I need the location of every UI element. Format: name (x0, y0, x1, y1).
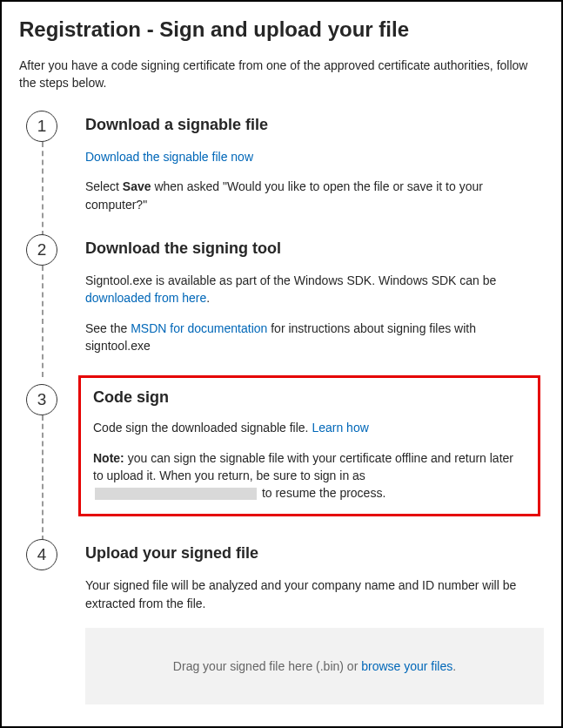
step-3-instruction-1: Code sign the downloaded signable file. … (93, 419, 526, 436)
step-3-note: Note: you can sign the signable file wit… (93, 449, 526, 502)
download-sdk-link[interactable]: downloaded from here (85, 291, 206, 305)
step-2-instruction-1: Signtool.exe is available as part of the… (85, 272, 544, 307)
page-title: Registration - Sign and upload your file (19, 17, 544, 42)
step-1-heading: Download a signable file (85, 111, 544, 134)
step-number-3: 3 (26, 384, 57, 415)
step-2-heading: Download the signing tool (85, 234, 544, 258)
step-number-2: 2 (26, 234, 57, 266)
step-4-heading: Upload your signed file (85, 539, 544, 563)
connector-3 (42, 415, 44, 541)
step-3-heading: Code sign (93, 388, 526, 407)
msdn-documentation-link[interactable]: MSDN for documentation (131, 321, 267, 335)
browse-files-link[interactable]: browse your files (361, 659, 452, 673)
file-dropzone[interactable]: Drag your signed file here (.bin) or bro… (85, 628, 544, 704)
connector-1 (42, 142, 44, 236)
learn-how-link[interactable]: Learn how (312, 421, 368, 435)
connector-2 (42, 266, 44, 377)
step-number-4: 4 (26, 539, 57, 570)
intro-text: After you have a code signing certificat… (19, 57, 544, 91)
steps-container: 1 Download a signable file Download the … (19, 111, 544, 725)
step-number-1: 1 (26, 111, 57, 142)
step-1: 1 Download a signable file Download the … (19, 111, 544, 234)
redacted-username (95, 488, 257, 500)
step-3: 3 Code sign Code sign the downloaded sig… (19, 375, 544, 539)
download-signable-file-link[interactable]: Download the signable file now (85, 150, 253, 164)
step-4: 4 Upload your signed file Your signed fi… (19, 539, 544, 725)
step-2-instruction-2: See the MSDN for documentation for instr… (85, 320, 544, 355)
step-1-instruction: Select Save when asked "Would you like t… (85, 178, 544, 213)
step-4-instruction: Your signed file will be analyzed and yo… (85, 576, 544, 612)
step-2: 2 Download the signing tool Signtool.exe… (19, 234, 544, 375)
step-3-highlight: Code sign Code sign the downloaded signa… (78, 375, 540, 516)
